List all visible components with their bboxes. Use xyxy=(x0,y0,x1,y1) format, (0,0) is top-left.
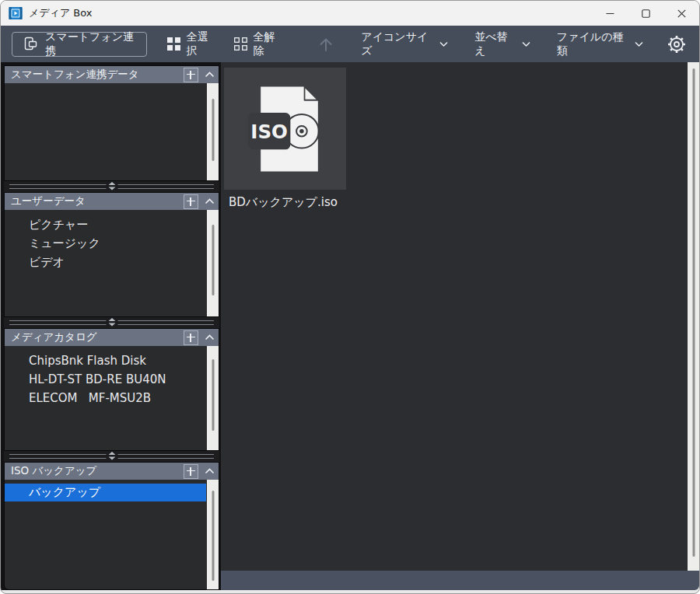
arrow-up-icon xyxy=(317,36,334,53)
toolbar: スマートフォン連携 全選択 全解除 xyxy=(1,26,699,62)
close-button[interactable] xyxy=(663,1,699,26)
file-tile-iso[interactable]: ISO xyxy=(224,68,346,190)
file-type-label: ファイルの種類 xyxy=(557,30,627,58)
list-item-video[interactable]: ビデオ xyxy=(5,253,219,271)
section-list xyxy=(4,83,219,181)
section-smartphone-data: スマートフォン連携データ xyxy=(4,65,219,181)
list-item-music[interactable]: ミュージック xyxy=(5,234,219,253)
section-list: バックアップ xyxy=(4,480,219,590)
sidebar: スマートフォン連携データ ユーザーデータ xyxy=(1,62,221,590)
chevron-down-icon xyxy=(439,41,448,47)
section-title: メディアカタログ xyxy=(11,330,184,344)
section-title: スマートフォン連携データ xyxy=(11,68,184,82)
sort-label: 並べ替え xyxy=(474,30,514,58)
section-header[interactable]: スマートフォン連携データ xyxy=(4,65,219,83)
maximize-button[interactable] xyxy=(628,1,663,26)
app-window: メディア Box スマートフォン連携 xyxy=(0,0,700,594)
gear-icon xyxy=(667,34,687,54)
section-media-catalog: メディアカタログ ChipsBnk Flash Disk HL-DT-ST BD… xyxy=(4,328,219,451)
phone-link-icon xyxy=(23,37,38,51)
section-list: ChipsBnk Flash Disk HL-DT-ST BD-RE BU40N… xyxy=(4,346,219,451)
list-item-device[interactable]: ChipsBnk Flash Disk xyxy=(5,351,219,370)
file-name-label[interactable]: BDバックアップ.iso xyxy=(229,195,338,210)
media-box-app-icon xyxy=(9,6,23,20)
section-title: ユーザーデータ xyxy=(11,194,184,208)
file-badge-text: ISO xyxy=(250,120,288,142)
chevron-up-icon[interactable] xyxy=(205,72,215,78)
file-type-dropdown[interactable]: ファイルの種類 xyxy=(557,30,643,58)
settings-button[interactable] xyxy=(667,34,687,54)
iso-disc-file-icon: ISO xyxy=(247,81,324,177)
splitter-handle-icon[interactable] xyxy=(106,182,117,190)
smartphone-link-button[interactable]: スマートフォン連携 xyxy=(12,32,147,57)
grid-outline-icon xyxy=(234,37,247,51)
add-icon[interactable] xyxy=(184,68,198,82)
sort-dropdown[interactable]: 並べ替え xyxy=(474,30,530,58)
icon-size-dropdown[interactable]: アイコンサイズ xyxy=(361,30,448,58)
main-area: ISO BDバックアップ.iso xyxy=(221,62,699,590)
splitter[interactable] xyxy=(4,451,219,462)
add-icon[interactable] xyxy=(184,194,198,209)
list-item-pictures[interactable]: ピクチャー xyxy=(5,215,219,234)
add-icon[interactable] xyxy=(184,464,198,479)
title-bar: メディア Box xyxy=(1,1,699,26)
list-item-device[interactable]: HL-DT-ST BD-RE BU40N xyxy=(5,370,219,389)
splitter[interactable] xyxy=(4,317,219,328)
scrollbar[interactable] xyxy=(207,210,219,316)
section-iso-backup: ISO バックアップ バックアップ xyxy=(4,462,219,590)
section-title: ISO バックアップ xyxy=(11,464,184,478)
section-user-data: ユーザーデータ ピクチャー ミュージック ビデオ xyxy=(4,192,219,317)
select-all-button[interactable]: 全選択 xyxy=(167,30,215,58)
deselect-all-button[interactable]: 全解除 xyxy=(234,30,282,58)
select-all-label: 全選択 xyxy=(187,30,215,58)
file-grid[interactable]: ISO BDバックアップ.iso xyxy=(221,62,699,571)
add-icon[interactable] xyxy=(184,330,198,345)
bottom-bar xyxy=(221,571,699,590)
icon-size-label: アイコンサイズ xyxy=(361,30,432,58)
list-item-backup-selected[interactable]: バックアップ xyxy=(5,484,206,501)
grid-filled-icon xyxy=(167,37,180,51)
chevron-down-icon xyxy=(635,41,643,47)
minimize-button[interactable] xyxy=(592,1,628,26)
window-title: メディア Box xyxy=(29,6,93,20)
chevron-down-icon xyxy=(522,41,530,47)
list-item-device[interactable]: ELECOM MF-MSU2B xyxy=(5,389,219,407)
section-header[interactable]: ISO バックアップ xyxy=(4,462,219,480)
scrollbar[interactable] xyxy=(207,346,219,450)
section-header[interactable]: ユーザーデータ xyxy=(4,192,219,210)
scrollbar[interactable] xyxy=(207,83,219,180)
splitter[interactable] xyxy=(4,181,219,192)
chevron-up-icon[interactable] xyxy=(205,468,215,474)
deselect-all-label: 全解除 xyxy=(254,30,282,58)
scrollbar[interactable] xyxy=(207,480,219,589)
splitter-handle-icon[interactable] xyxy=(106,452,117,460)
smartphone-link-label: スマートフォン連携 xyxy=(45,30,135,58)
main-scrollbar[interactable] xyxy=(688,62,699,571)
section-header[interactable]: メディアカタログ xyxy=(4,328,219,346)
up-button[interactable] xyxy=(317,36,334,53)
chevron-up-icon[interactable] xyxy=(205,334,215,341)
chevron-up-icon[interactable] xyxy=(205,198,215,204)
section-list: ピクチャー ミュージック ビデオ xyxy=(4,210,219,317)
splitter-handle-icon[interactable] xyxy=(106,318,117,327)
